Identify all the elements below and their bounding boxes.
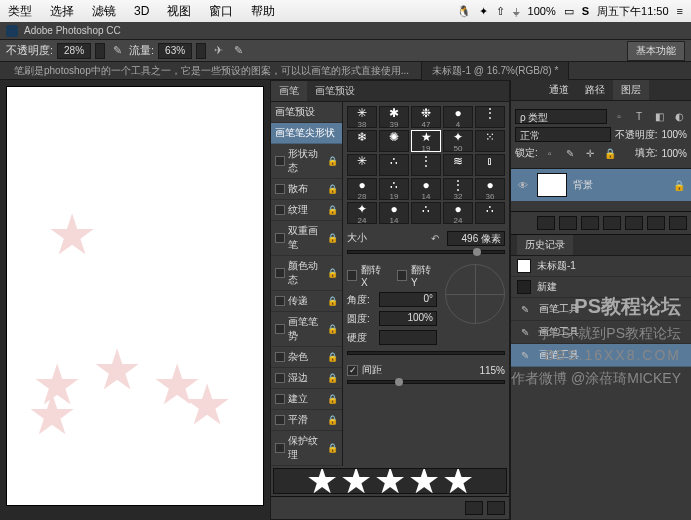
- size-slider[interactable]: [347, 250, 505, 254]
- brush-thumb[interactable]: [347, 154, 377, 176]
- doc-tab-info[interactable]: 笔刷是photoshop中的一个工具之一，它是一些预设的图案，可以以画笔的形式直…: [4, 62, 419, 80]
- tab-brush-presets[interactable]: 画笔预设: [307, 81, 363, 101]
- menu-view[interactable]: 视图: [167, 3, 191, 20]
- menu-window[interactable]: 窗口: [209, 3, 233, 20]
- brush-thumb[interactable]: [411, 202, 441, 224]
- fx-icon[interactable]: [559, 216, 577, 230]
- brush-thumb[interactable]: 19: [379, 178, 409, 200]
- brush-thumb[interactable]: [475, 130, 505, 152]
- brush-thumb[interactable]: [347, 130, 377, 152]
- document-canvas[interactable]: ★ ★ ★ ★ ★ ★: [6, 86, 264, 506]
- doc-tab-active[interactable]: 未标题-1 @ 16.7%(RGB/8) *: [421, 61, 569, 81]
- brush-thumb[interactable]: 36: [475, 178, 505, 200]
- history-snapshot[interactable]: 未标题-1: [511, 256, 691, 277]
- spacing-slider[interactable]: [347, 380, 505, 384]
- menu-filter[interactable]: 滤镜: [92, 3, 116, 20]
- list-texture[interactable]: 纹理🔒: [271, 200, 342, 221]
- history-item[interactable]: ✎画笔工具: [511, 298, 691, 321]
- brush-thumb[interactable]: [411, 154, 441, 176]
- airbrush-icon[interactable]: ✈: [210, 43, 226, 59]
- group-icon[interactable]: [625, 216, 643, 230]
- tab-brush[interactable]: 画笔: [271, 81, 307, 101]
- list-brush-presets[interactable]: 画笔预设: [271, 102, 342, 123]
- pressure-opacity-icon[interactable]: ✎: [109, 43, 125, 59]
- brush-thumb[interactable]: 24: [347, 202, 377, 224]
- pressure-size-icon[interactable]: ✎: [230, 43, 246, 59]
- tab-history[interactable]: 历史记录: [517, 235, 573, 255]
- brush-thumb[interactable]: 47: [411, 106, 441, 128]
- lock-position-icon[interactable]: ✎: [562, 145, 578, 161]
- menu-3d[interactable]: 3D: [134, 4, 149, 18]
- list-wet-edges[interactable]: 湿边🔒: [271, 368, 342, 389]
- list-smoothing[interactable]: 平滑🔒: [271, 410, 342, 431]
- list-noise[interactable]: 杂色🔒: [271, 347, 342, 368]
- brush-thumb[interactable]: [379, 130, 409, 152]
- tab-paths[interactable]: 路径: [577, 80, 613, 100]
- brush-thumb[interactable]: [475, 106, 505, 128]
- flow-input[interactable]: [158, 43, 192, 59]
- opacity-input[interactable]: [57, 43, 91, 59]
- history-item[interactable]: 新建: [511, 277, 691, 298]
- blend-mode[interactable]: 正常: [515, 127, 611, 142]
- layer-background[interactable]: 👁 背景 🔒: [511, 169, 691, 201]
- tab-layers[interactable]: 图层: [613, 80, 649, 100]
- opacity-drop[interactable]: [95, 43, 105, 59]
- list-buildup[interactable]: 建立🔒: [271, 389, 342, 410]
- list-protect-texture[interactable]: 保护纹理🔒: [271, 431, 342, 466]
- flipy-checkbox[interactable]: [397, 270, 407, 281]
- tab-channels[interactable]: 通道: [541, 80, 577, 100]
- link-icon[interactable]: [537, 216, 555, 230]
- brush-thumb[interactable]: 38: [347, 106, 377, 128]
- spotlight-icon[interactable]: ≡: [677, 5, 683, 17]
- list-color-dynamics[interactable]: 颜色动态🔒: [271, 256, 342, 291]
- history-item[interactable]: ✎画笔工具: [511, 321, 691, 344]
- brush-thumb[interactable]: [443, 154, 473, 176]
- spacing-value[interactable]: 115%: [479, 365, 505, 376]
- spacing-checkbox[interactable]: [347, 365, 358, 376]
- list-transfer[interactable]: 传递🔒: [271, 291, 342, 312]
- lock-pixels-icon[interactable]: ▫: [542, 145, 558, 161]
- roundness-value[interactable]: 100%: [379, 311, 437, 326]
- angle-value[interactable]: 0°: [379, 292, 437, 307]
- brush-thumb[interactable]: 14: [411, 178, 441, 200]
- new-brush-icon[interactable]: [465, 501, 483, 515]
- menu-help[interactable]: 帮助: [251, 3, 275, 20]
- flow-drop[interactable]: [196, 43, 206, 59]
- history-item[interactable]: ✎画笔工具: [511, 344, 691, 367]
- brush-thumb[interactable]: 24: [443, 202, 473, 224]
- layer-kind[interactable]: ρ 类型: [515, 109, 607, 124]
- fill-value[interactable]: 100%: [661, 148, 687, 159]
- star-stroke: ★: [182, 377, 232, 433]
- lock-all-icon[interactable]: ✛: [582, 145, 598, 161]
- brush-thumb[interactable]: 39: [379, 106, 409, 128]
- brush-thumb[interactable]: 4: [443, 106, 473, 128]
- brush-thumb[interactable]: 32: [443, 178, 473, 200]
- size-value[interactable]: 496 像素: [447, 231, 505, 246]
- brush-thumb[interactable]: 14: [379, 202, 409, 224]
- flipx-checkbox[interactable]: [347, 270, 357, 281]
- trash-icon[interactable]: [487, 501, 505, 515]
- mask-icon[interactable]: [581, 216, 599, 230]
- list-scattering[interactable]: 散布🔒: [271, 179, 342, 200]
- menu-type[interactable]: 类型: [8, 3, 32, 20]
- brush-thumb[interactable]: [379, 154, 409, 176]
- opacity-value-2[interactable]: 100%: [661, 129, 687, 140]
- brush-thumb[interactable]: [475, 154, 505, 176]
- reset-size-icon[interactable]: ↶: [427, 230, 443, 246]
- delete-icon[interactable]: [669, 216, 687, 230]
- menu-select[interactable]: 选择: [50, 3, 74, 20]
- workspace-switcher[interactable]: 基本功能: [627, 41, 685, 61]
- list-brush-pose[interactable]: 画笔笔势🔒: [271, 312, 342, 347]
- list-shape-dynamics[interactable]: 形状动态🔒: [271, 144, 342, 179]
- list-dual-brush[interactable]: 双重画笔🔒: [271, 221, 342, 256]
- angle-control[interactable]: [445, 264, 505, 324]
- brush-thumb[interactable]: 19: [411, 130, 441, 152]
- brush-thumb[interactable]: 28: [347, 178, 377, 200]
- visibility-icon[interactable]: 👁: [515, 177, 531, 193]
- adjustment-icon[interactable]: [603, 216, 621, 230]
- hardness-slider[interactable]: [347, 351, 505, 355]
- brush-thumb[interactable]: 50: [443, 130, 473, 152]
- new-layer-icon[interactable]: [647, 216, 665, 230]
- list-tip-shape[interactable]: 画笔笔尖形状: [271, 123, 342, 144]
- brush-thumb[interactable]: [475, 202, 505, 224]
